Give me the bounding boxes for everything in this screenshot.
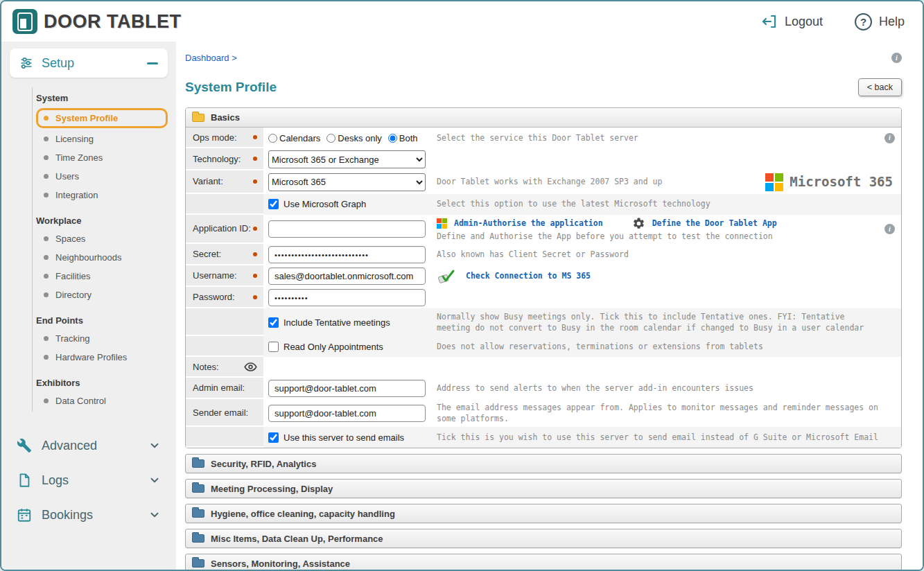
- sidebar-item-spaces[interactable]: Spaces: [33, 229, 176, 248]
- bullet-icon: [44, 336, 49, 341]
- variant-select[interactable]: Microsoft 365: [268, 173, 426, 191]
- sidebar-item-data-control[interactable]: Data Control: [33, 392, 176, 410]
- ops-mode-radio-calendars[interactable]: [268, 134, 277, 143]
- door-tablet-app: DOOR TABLET Logout ? Help: [0, 0, 924, 571]
- section-meeting-processing-display[interactable]: Meeting Processing, Display: [185, 479, 902, 498]
- top-header: DOOR TABLET Logout ? Help: [1, 1, 923, 42]
- nav-advanced[interactable]: Advanced: [12, 428, 165, 463]
- tree-section-workplace: Workplace: [33, 210, 176, 229]
- sidebar-item-hardware-profiles[interactable]: Hardware Profiles: [33, 348, 176, 367]
- required-dot: [253, 295, 257, 299]
- admin-authorise-link[interactable]: Admin-Authorise the application: [454, 218, 603, 229]
- sidebar: Setup System System Profile Licensing Ti…: [1, 42, 176, 570]
- chevron-down-icon: [148, 474, 161, 486]
- check-connection-link[interactable]: Check Connection to MS 365: [466, 270, 591, 282]
- send-emails-description: Tick this is you wish to use this server…: [437, 432, 878, 443]
- calendar-icon: [17, 507, 32, 522]
- read-only-label: Read Only Appointments: [284, 342, 383, 352]
- sidebar-item-users[interactable]: Users: [33, 167, 176, 186]
- info-icon[interactable]: i: [884, 224, 895, 234]
- read-only-checkbox[interactable]: [268, 342, 279, 352]
- folder-icon: [192, 559, 204, 568]
- setup-panel-header[interactable]: Setup: [10, 49, 168, 78]
- sidebar-item-integration[interactable]: Integration: [33, 186, 176, 204]
- ops-mode-radio-desks-only[interactable]: [326, 134, 335, 143]
- sidebar-item-time-zones[interactable]: Time Zones: [33, 148, 176, 167]
- tentative-description: Normally show Busy meetings only. Tick t…: [437, 311, 879, 334]
- ops-mode-radio-group: Calendars Desks only Both: [268, 133, 418, 143]
- section-security-rfid-analytics[interactable]: Security, RFID, Analytics: [185, 454, 902, 473]
- notes-label: Notes:: [193, 362, 219, 372]
- username-label: Username:: [193, 270, 237, 281]
- eye-icon[interactable]: [244, 360, 257, 374]
- help-label: Help: [879, 15, 905, 29]
- logout-label: Logout: [785, 15, 823, 29]
- folder-icon: [192, 459, 204, 468]
- secret-label: Secret:: [193, 249, 221, 259]
- sidebar-item-licensing[interactable]: Licensing: [33, 130, 176, 148]
- help-icon: ?: [855, 13, 872, 30]
- bullet-icon: [44, 355, 49, 360]
- tentative-checkbox[interactable]: [268, 317, 279, 328]
- sender-email-input[interactable]: [268, 405, 426, 422]
- back-button[interactable]: < back: [858, 78, 902, 96]
- info-icon[interactable]: i: [884, 133, 895, 143]
- username-input[interactable]: [268, 267, 426, 285]
- required-dot: [253, 274, 257, 278]
- collapse-icon[interactable]: [147, 62, 158, 64]
- basics-title: Basics: [211, 112, 240, 123]
- nav-logs[interactable]: Logs: [12, 463, 165, 498]
- setup-tree: System System Profile Licensing Time Zon…: [32, 87, 176, 412]
- sidebar-item-directory[interactable]: Directory: [33, 286, 176, 304]
- secret-input[interactable]: [268, 246, 426, 263]
- form-row-use-graph: Use Microsoft Graph Select this option t…: [186, 194, 901, 215]
- form-row-ops-mode: Ops mode: Calendars Desks only Both Sele…: [186, 128, 901, 148]
- gear-icon: [632, 217, 645, 230]
- bullet-icon: [44, 137, 49, 141]
- help-button[interactable]: ? Help: [855, 13, 905, 30]
- admin-email-description: Address to send alerts to when the serve…: [437, 383, 753, 394]
- check-connection-icon: [437, 268, 456, 285]
- form-row-tentative: Include Tentative meetings Normally show…: [186, 308, 901, 336]
- bullet-icon: [44, 116, 49, 121]
- chevron-down-icon: [148, 439, 161, 452]
- sidebar-item-system-profile[interactable]: System Profile: [36, 108, 168, 128]
- sidebar-item-facilities[interactable]: Facilities: [33, 267, 176, 286]
- admin-email-input[interactable]: [268, 380, 426, 397]
- use-graph-label: Use Microsoft Graph: [284, 199, 366, 209]
- tree-section-system: System: [33, 87, 176, 107]
- technology-select[interactable]: Microsoft 365 or Exchange: [268, 150, 426, 168]
- secret-description: Also known has Client Secret or Password: [437, 249, 629, 261]
- nav-bookings[interactable]: Bookings: [12, 498, 165, 532]
- section-hygiene-cleaning-capacity[interactable]: Hygiene, office cleaning, capacity handl…: [185, 504, 902, 523]
- section-sensors-monitoring-assistance[interactable]: Sensors, Monitoring, Assistance: [185, 554, 902, 570]
- ops-mode-radio-both[interactable]: [388, 134, 397, 143]
- document-icon: [17, 473, 32, 488]
- application-id-input[interactable]: [268, 220, 426, 238]
- bullet-icon: [44, 255, 49, 260]
- form-row-read-only: Read Only Appointments Does not allow re…: [186, 336, 901, 357]
- basics-panel-header[interactable]: Basics: [186, 108, 901, 128]
- breadcrumb-dashboard[interactable]: Dashboard >: [185, 53, 237, 63]
- sender-email-label: Sender email:: [193, 407, 248, 418]
- bullet-icon: [44, 236, 49, 241]
- variant-label: Variant:: [193, 176, 223, 186]
- technology-label: Technology:: [193, 154, 241, 164]
- define-app-link[interactable]: Define the Door Tablet App: [652, 218, 777, 229]
- send-emails-checkbox[interactable]: [268, 432, 279, 443]
- bullet-icon: [44, 174, 49, 179]
- chevron-down-icon: [148, 509, 161, 521]
- required-dot: [253, 135, 257, 139]
- password-input[interactable]: [268, 289, 426, 306]
- use-graph-checkbox[interactable]: [268, 199, 279, 209]
- sidebar-item-tracking[interactable]: Tracking: [33, 329, 176, 348]
- sidebar-item-neighbourhoods[interactable]: Neighbourhoods: [33, 248, 176, 267]
- section-misc-cleanup-performance[interactable]: Misc Items, Data Clean Up, Performance: [185, 529, 902, 548]
- folder-icon: [192, 534, 204, 543]
- tentative-label: Include Tentative meetings: [284, 317, 390, 328]
- info-icon[interactable]: i: [891, 53, 902, 63]
- required-dot: [253, 157, 257, 161]
- app-logo: DOOR TABLET: [12, 9, 181, 34]
- password-label: Password:: [193, 292, 235, 302]
- logout-button[interactable]: Logout: [761, 13, 823, 30]
